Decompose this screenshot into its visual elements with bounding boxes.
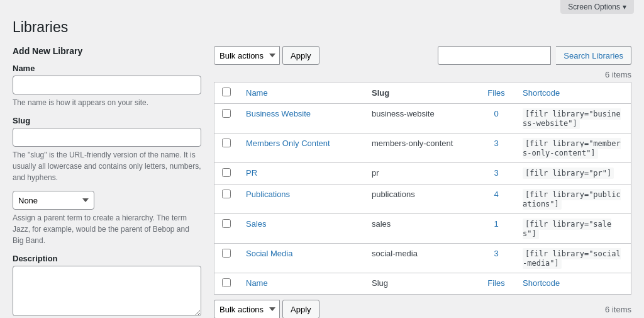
col-header-shortcode[interactable]: Shortcode	[515, 82, 631, 104]
row-name-link-5[interactable]: Social Media	[246, 249, 292, 258]
row-checkbox-cell	[214, 214, 239, 244]
row-name-cell: Publications	[238, 185, 364, 214]
row-checkbox-5[interactable]	[222, 249, 231, 258]
row-shortcode-cell: [filr library="sales"]	[515, 214, 631, 244]
row-checkbox-4[interactable]	[222, 219, 231, 228]
row-name-link-3[interactable]: Publications	[246, 190, 290, 199]
col-header-files[interactable]: Files	[477, 82, 515, 104]
row-checkbox-cell	[214, 163, 239, 185]
search-libraries-button[interactable]: Search Libraries	[556, 46, 631, 65]
select-all-checkbox-top[interactable]	[222, 88, 231, 96]
bulk-actions-select-bottom[interactable]: Bulk actions Delete	[214, 300, 280, 318]
footer-col-shortcode[interactable]: Shortcode	[515, 273, 631, 295]
row-files-cell: 4	[477, 185, 515, 214]
row-name-link-4[interactable]: Sales	[246, 219, 267, 229]
search-input[interactable]	[438, 46, 551, 65]
add-new-panel: Add New Library Name The name is how it …	[13, 46, 201, 318]
footer-col-files[interactable]: Files	[477, 273, 515, 295]
row-files-cell: 3	[477, 133, 515, 163]
footer-col-checkbox	[214, 273, 239, 295]
table-row: Sales sales 1 [filr library="sales"]	[214, 214, 631, 244]
table-footer-row: Name Slug Files Shortcode	[214, 273, 631, 295]
table-row: Members Only Content members-only-conten…	[214, 133, 631, 163]
row-shortcode-cell: [filr library="business-website"]	[515, 104, 631, 133]
slug-label: Slug	[13, 116, 201, 125]
parent-select[interactable]: None	[13, 191, 94, 210]
page-title: Libraries	[13, 19, 631, 36]
row-shortcode-code-2: [filr library="pr"]	[523, 168, 614, 179]
footer-files-link[interactable]: Files	[487, 278, 504, 288]
slug-input[interactable]	[13, 128, 201, 147]
row-files-cell: 0	[477, 104, 515, 133]
screen-options-label: Screen Options	[568, 3, 620, 11]
row-name-link-1[interactable]: Members Only Content	[246, 139, 330, 148]
right-panel: Bulk actions Delete Apply Search Librari…	[214, 46, 631, 318]
name-input[interactable]	[13, 76, 201, 94]
sort-name-link[interactable]: Name	[246, 88, 268, 98]
col-header-name[interactable]: Name	[238, 82, 364, 104]
slug-field-group: Slug The "slug" is the URL-friendly vers…	[13, 116, 201, 183]
screen-options-button[interactable]: Screen Options ▾	[560, 0, 634, 14]
apply-button-top[interactable]: Apply	[282, 46, 319, 65]
row-files-link-3[interactable]: 4	[494, 190, 498, 199]
apply-button-bottom[interactable]: Apply	[282, 300, 319, 318]
row-checkbox-0[interactable]	[222, 109, 231, 118]
footer-col-name[interactable]: Name	[238, 273, 364, 295]
row-slug-cell: members-only-content	[364, 133, 477, 163]
description-field-group: Description The description is not promi…	[13, 254, 201, 318]
row-name-cell: Sales	[238, 214, 364, 244]
row-shortcode-code-5: [filr library="social-media"]	[523, 248, 621, 269]
row-slug-cell: business-website	[364, 104, 477, 133]
row-checkbox-cell	[214, 104, 239, 133]
toolbar-right: Search Libraries	[438, 46, 631, 65]
table-row: Social Media social-media 3 [filr librar…	[214, 244, 631, 273]
row-name-cell: PR	[238, 163, 364, 185]
row-slug-cell: publications	[364, 185, 477, 214]
row-files-link-1[interactable]: 3	[494, 139, 498, 148]
row-checkbox-1[interactable]	[222, 139, 231, 147]
bulk-actions-select-top[interactable]: Bulk actions Delete	[214, 46, 280, 65]
description-label: Description	[13, 254, 201, 263]
table-body: Business Website business-website 0 [fil…	[214, 104, 631, 273]
name-help: The name is how it appears on your site.	[13, 97, 201, 108]
row-shortcode-cell: [filr library="members-only-content"]	[515, 133, 631, 163]
row-checkbox-cell	[214, 244, 239, 273]
screen-options-chevron: ▾	[623, 3, 626, 11]
row-files-link-2[interactable]: 3	[494, 168, 498, 178]
col-header-checkbox	[214, 82, 239, 104]
row-shortcode-code-0: [filr library="business-website"]	[523, 108, 621, 129]
description-textarea[interactable]	[13, 266, 201, 316]
row-shortcode-cell: [filr library="pr"]	[515, 163, 631, 185]
row-name-link-2[interactable]: PR	[246, 168, 257, 178]
table-row: PR pr 3 [filr library="pr"]	[214, 163, 631, 185]
row-checkbox-3[interactable]	[222, 190, 231, 198]
name-label: Name	[13, 64, 201, 73]
footer-shortcode-link[interactable]: Shortcode	[523, 278, 560, 288]
bottom-items-count-wrap: 6 items	[605, 305, 631, 314]
row-files-link-0[interactable]: 0	[494, 109, 498, 118]
row-checkbox-2[interactable]	[222, 168, 231, 177]
libraries-table: Name Slug Files Shortcode	[214, 82, 631, 295]
row-files-link-5[interactable]: 3	[494, 249, 498, 258]
row-name-cell: Social Media	[238, 244, 364, 273]
sort-files-link[interactable]: Files	[487, 88, 504, 98]
row-name-cell: Members Only Content	[238, 133, 364, 163]
toolbar-left: Bulk actions Delete Apply	[214, 46, 319, 65]
row-shortcode-code-3: [filr library="publications"]	[523, 189, 621, 210]
slug-help: The "slug" is the URL-friendly version o…	[13, 149, 201, 183]
row-files-cell: 3	[477, 163, 515, 185]
sort-shortcode-link[interactable]: Shortcode	[523, 88, 560, 98]
row-name-link-0[interactable]: Business Website	[246, 109, 311, 118]
select-all-checkbox-bottom[interactable]	[222, 278, 231, 287]
row-shortcode-code-4: [filr library="sales"]	[523, 219, 611, 239]
footer-name-link[interactable]: Name	[246, 278, 268, 288]
bottom-toolbar-left: Bulk actions Delete Apply	[214, 300, 319, 318]
row-files-cell: 3	[477, 244, 515, 273]
bottom-toolbar: Bulk actions Delete Apply 6 items	[214, 300, 631, 318]
col-header-slug: Slug	[364, 82, 477, 104]
add-new-title: Add New Library	[13, 46, 201, 56]
row-name-cell: Business Website	[238, 104, 364, 133]
row-files-link-4[interactable]: 1	[494, 219, 498, 229]
row-files-cell: 1	[477, 214, 515, 244]
top-toolbar: Bulk actions Delete Apply Search Librari…	[214, 46, 631, 65]
